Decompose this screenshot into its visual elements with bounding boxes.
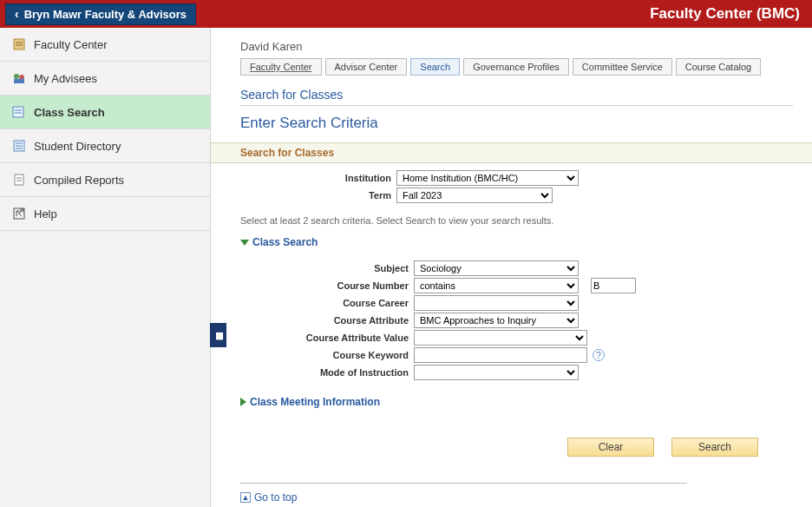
- course-keyword-input[interactable]: [414, 347, 587, 363]
- mode-of-instruction-select[interactable]: [414, 365, 579, 380]
- class-meeting-toggle-label: Class Meeting Information: [250, 396, 380, 408]
- advisees-icon: [12, 71, 26, 85]
- tab-course-catalog[interactable]: Course Catalog: [676, 58, 761, 76]
- triangle-right-icon: [240, 398, 246, 406]
- main-content: David Karen Faculty Center Advisor Cente…: [211, 28, 812, 507]
- helper-text: Select at least 2 search criteria. Selec…: [240, 215, 793, 226]
- search-button[interactable]: Search: [671, 438, 758, 457]
- panel-title: Search for Classes: [211, 142, 812, 163]
- top-header: ‹ Bryn Mawr Faculty & Advisors Faculty C…: [0, 0, 812, 28]
- back-button[interactable]: ‹ Bryn Mawr Faculty & Advisors: [5, 3, 196, 25]
- help-tooltip-icon[interactable]: ?: [593, 349, 605, 361]
- subject-select[interactable]: Sociology: [414, 260, 579, 276]
- mode-of-instruction-label: Mode of Instruction: [240, 367, 414, 378]
- sidebar-item-label: Faculty Center: [34, 38, 108, 51]
- chevron-left-icon: ‹: [15, 8, 19, 20]
- institution-label: Institution: [240, 173, 396, 183]
- section-heading-large: Enter Search Criteria: [240, 115, 793, 132]
- sidebar-item-class-search[interactable]: Class Search: [0, 95, 210, 129]
- help-icon: [12, 207, 26, 221]
- subtabs: Faculty Center Advisor Center Search Gov…: [240, 58, 793, 76]
- sidebar-item-label: Compiled Reports: [34, 174, 124, 187]
- divider: [240, 105, 793, 106]
- go-to-top-label: Go to top: [254, 491, 297, 504]
- sidebar-item-label: Student Directory: [34, 140, 121, 153]
- action-buttons: Clear Search: [240, 431, 758, 457]
- svg-rect-13: [15, 174, 23, 185]
- tab-search[interactable]: Search: [410, 58, 460, 76]
- top-criteria: Institution Home Institution (BMC/HC) Te…: [240, 163, 793, 210]
- directory-icon: [12, 139, 26, 153]
- course-attribute-value-label: Course Attribute Value: [240, 333, 414, 343]
- up-arrow-icon: ▲: [240, 492, 251, 503]
- sidebar-item-student-directory[interactable]: Student Directory: [0, 129, 210, 163]
- course-number-label: Course Number: [240, 280, 414, 291]
- course-keyword-label: Course Keyword: [240, 350, 414, 360]
- sidebar-item-help[interactable]: Help: [0, 197, 210, 231]
- svg-rect-5: [14, 79, 24, 83]
- class-search-toggle[interactable]: Class Search: [240, 236, 318, 248]
- sidebar-item-label: Class Search: [34, 106, 105, 119]
- course-number-op-select[interactable]: contains: [414, 278, 579, 293]
- tab-faculty-center[interactable]: Faculty Center: [240, 58, 322, 76]
- user-name: David Karen: [240, 40, 793, 53]
- class-search-fields: Subject Sociology Course Number contains…: [240, 254, 793, 387]
- svg-rect-6: [13, 107, 23, 117]
- class-search-icon: [12, 105, 26, 119]
- tab-committee-service[interactable]: Committee Service: [573, 58, 672, 76]
- tab-advisor-center[interactable]: Advisor Center: [325, 58, 408, 76]
- back-label: Bryn Mawr Faculty & Advisors: [24, 8, 187, 21]
- page-title: Faculty Center (BMC): [650, 5, 800, 23]
- faculty-center-icon: [12, 37, 26, 51]
- course-career-label: Course Career: [240, 298, 414, 308]
- sidebar-item-compiled-reports[interactable]: Compiled Reports: [0, 163, 210, 197]
- course-attribute-value-select[interactable]: [414, 330, 587, 346]
- collapse-sidebar-handle[interactable]: ▮▮: [210, 323, 226, 347]
- svg-point-3: [14, 74, 19, 79]
- class-meeting-toggle[interactable]: Class Meeting Information: [240, 396, 380, 408]
- footer-divider: [240, 483, 687, 484]
- go-to-top-link[interactable]: ▲ Go to top: [240, 491, 297, 504]
- reports-icon: [12, 173, 26, 187]
- subject-label: Subject: [240, 263, 414, 273]
- course-attribute-label: Course Attribute: [240, 315, 414, 326]
- term-label: Term: [240, 190, 396, 201]
- sidebar-item-faculty-center[interactable]: Faculty Center: [0, 28, 210, 62]
- sidebar-item-label: My Advisees: [34, 72, 97, 85]
- class-search-toggle-label: Class Search: [252, 236, 318, 248]
- tab-governance-profiles[interactable]: Governance Profiles: [463, 58, 569, 76]
- section-heading-small: Search for Classes: [240, 88, 793, 102]
- course-career-select[interactable]: [414, 295, 579, 311]
- institution-select[interactable]: Home Institution (BMC/HC): [396, 170, 579, 186]
- triangle-down-icon: [240, 240, 249, 246]
- course-attribute-select[interactable]: BMC Approaches to Inquiry: [414, 313, 579, 328]
- term-select[interactable]: Fall 2023: [396, 188, 553, 203]
- clear-button[interactable]: Clear: [567, 438, 654, 457]
- sidebar-item-label: Help: [34, 207, 57, 221]
- svg-rect-0: [14, 39, 24, 49]
- sidebar: Faculty Center My Advisees Class Search …: [0, 28, 211, 507]
- course-number-input[interactable]: [591, 278, 636, 293]
- sidebar-item-my-advisees[interactable]: My Advisees: [0, 62, 210, 95]
